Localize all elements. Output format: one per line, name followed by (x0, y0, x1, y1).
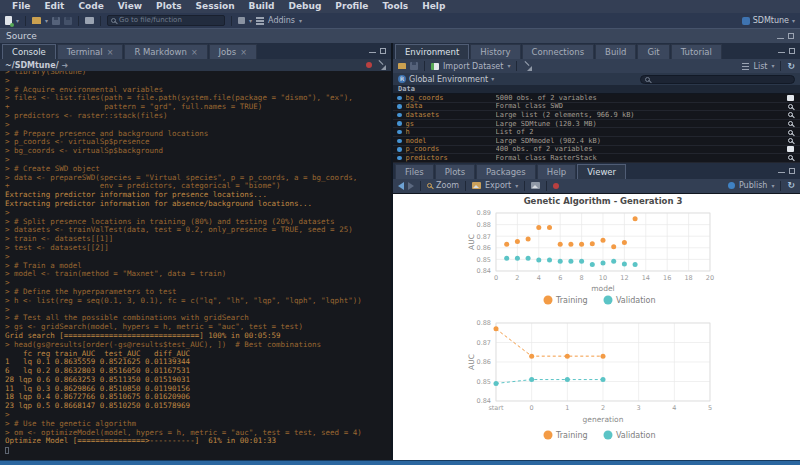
inspect-object-icon[interactable] (788, 155, 793, 160)
forward-icon[interactable] (408, 182, 414, 190)
publish-button[interactable]: Publish (739, 181, 768, 190)
export-plot-icon[interactable] (472, 182, 481, 189)
open-file-icon[interactable] (32, 17, 41, 24)
import-dataset-button[interactable]: Import Dataset (443, 62, 503, 71)
list-view-caret-icon[interactable]: ▾ (771, 63, 774, 69)
publish-caret-icon[interactable]: ▾ (771, 183, 774, 189)
new-file-caret-icon[interactable]: ▾ (16, 18, 19, 24)
view-table-icon[interactable] (787, 95, 794, 101)
import-dataset-icon[interactable] (431, 63, 439, 70)
minimize-pane-icon[interactable] (369, 52, 376, 53)
tab-plots[interactable]: Plots (435, 164, 475, 179)
tab-help[interactable]: Help (537, 164, 576, 179)
env-object-data[interactable]: dataFormal class SWD (393, 103, 800, 112)
goto-file-input[interactable]: Go to file/function (107, 15, 225, 26)
menu-session[interactable]: Session (189, 0, 242, 13)
publish-icon[interactable] (728, 182, 735, 189)
clear-console-icon[interactable] (377, 61, 386, 70)
save-icon[interactable] (52, 17, 60, 25)
minimize-pane-icon[interactable] (778, 172, 785, 173)
list-view-icon[interactable] (742, 63, 749, 70)
env-object-datasets[interactable]: datasetsLarge list (2 elements, 966.9 kB… (393, 111, 800, 120)
tab-packages[interactable]: Packages (476, 164, 536, 179)
environment-search-input[interactable] (640, 75, 795, 84)
open-recent-caret-icon[interactable]: ▾ (45, 18, 48, 24)
tab-jobs[interactable]: Jobs× (209, 44, 257, 59)
menu-file[interactable]: File (5, 0, 37, 13)
menu-help[interactable]: Help (415, 0, 452, 13)
close-tab-icon[interactable]: × (240, 48, 247, 57)
list-view-button[interactable]: List (753, 62, 767, 71)
menu-debug[interactable]: Debug (281, 0, 328, 13)
addins-grid-icon[interactable] (256, 17, 264, 25)
addins-button[interactable]: Addins (268, 16, 295, 25)
ga-generation-chart: 0.840.850.860.870.880.890246810121416182… (393, 194, 796, 307)
minimize-pane-icon[interactable] (777, 38, 784, 39)
tab-label: Console (12, 47, 46, 57)
clear-environment-icon[interactable] (523, 62, 532, 71)
env-object-predictors[interactable]: predictorsFormal class RasterStack (393, 154, 800, 163)
maximize-pane-icon[interactable] (788, 33, 794, 39)
menu-view[interactable]: View (111, 0, 149, 13)
project-selector[interactable]: SDMtune ▾ (742, 16, 795, 25)
inspect-object-icon[interactable] (788, 121, 793, 126)
goto-directory-icon[interactable]: ➜ (62, 61, 69, 70)
clear-all-plots-icon[interactable] (553, 183, 559, 189)
menu-plots[interactable]: Plots (149, 0, 189, 13)
refresh-environment-icon[interactable]: ↻ (787, 62, 795, 71)
tools-caret-icon[interactable]: ▾ (249, 18, 252, 24)
close-tab-icon[interactable]: × (191, 48, 198, 57)
export-caret-icon[interactable]: ▾ (515, 183, 518, 189)
load-workspace-icon[interactable] (398, 63, 406, 69)
tab-tutorial[interactable]: Tutorial (671, 44, 722, 59)
env-object-bg_coords[interactable]: bg_coords5000 obs. of 2 variables (393, 94, 800, 103)
menu-edit[interactable]: Edit (37, 0, 71, 13)
zoom-plot-button[interactable]: Zoom (436, 181, 459, 190)
env-object-h[interactable]: hList of 2 (393, 128, 800, 137)
svg-text:4: 4 (672, 404, 676, 412)
tab-r-markdown[interactable]: R Markdown× (124, 44, 207, 59)
menu-code[interactable]: Code (71, 0, 110, 13)
tools-icon[interactable] (238, 17, 245, 24)
tab-terminal[interactable]: Terminal× (57, 44, 124, 59)
tab-build[interactable]: Build (595, 44, 636, 59)
addins-caret-icon[interactable]: ▾ (299, 18, 302, 24)
tab-console[interactable]: Console (2, 44, 56, 59)
interrupt-r-icon[interactable] (366, 62, 372, 68)
maximize-pane-icon[interactable] (789, 48, 795, 54)
maximize-pane-icon[interactable] (380, 48, 386, 54)
save-workspace-icon[interactable] (410, 62, 418, 70)
inspect-object-icon[interactable] (788, 130, 793, 135)
print-icon[interactable] (85, 17, 94, 24)
zoom-plot-icon[interactable] (427, 183, 432, 188)
env-object-gs[interactable]: gsLarge SDMtune (120.3 MB) (393, 120, 800, 129)
console-line: > test <- datasets[[2]] (5, 244, 386, 253)
console-output-area[interactable]: > library(SDMtune)>> # Acquire environme… (0, 71, 391, 460)
env-object-model[interactable]: modelLarge SDMmodel (902.4 kB) (393, 137, 800, 146)
maximize-pane-icon[interactable] (789, 168, 795, 174)
tab-connections[interactable]: Connections (522, 44, 595, 59)
inspect-object-icon[interactable] (788, 112, 793, 117)
environment-scope-selector[interactable]: R Global Environment ▾ (398, 75, 494, 84)
refresh-plot-icon[interactable]: ↻ (787, 181, 795, 190)
import-dataset-caret-icon[interactable]: ▾ (507, 63, 510, 69)
save-all-icon[interactable] (64, 17, 72, 25)
tab-git[interactable]: Git (637, 44, 669, 59)
menu-profile[interactable]: Profile (328, 0, 375, 13)
env-object-p_coords[interactable]: p_coords400 obs. of 2 variables (393, 146, 800, 155)
view-table-icon[interactable] (787, 146, 794, 152)
menu-tools[interactable]: Tools (375, 0, 415, 13)
new-file-icon[interactable] (5, 16, 12, 25)
export-plot-button[interactable]: Export (485, 181, 511, 190)
tab-environment[interactable]: Environment (395, 44, 469, 59)
tab-history[interactable]: History (470, 44, 520, 59)
inspect-object-icon[interactable] (788, 104, 793, 109)
minimize-pane-icon[interactable] (778, 52, 785, 53)
menu-build[interactable]: Build (242, 0, 282, 13)
inspect-object-icon[interactable] (788, 138, 793, 143)
tab-files[interactable]: Files (395, 164, 434, 179)
tab-viewer[interactable]: Viewer (577, 164, 626, 179)
remove-plot-icon[interactable] (531, 182, 540, 189)
back-icon[interactable] (398, 182, 404, 190)
close-tab-icon[interactable]: × (107, 48, 114, 57)
